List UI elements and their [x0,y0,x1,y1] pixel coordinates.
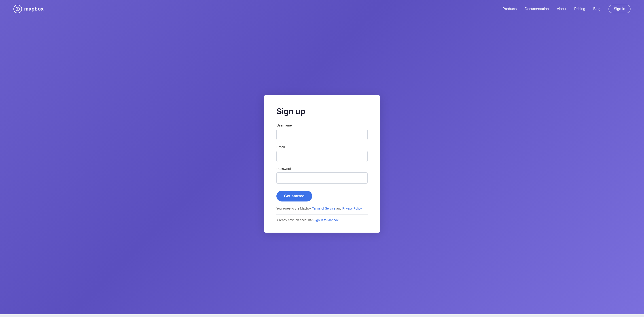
logo[interactable]: mapbox [14,5,44,13]
email-group: Email [276,145,368,162]
main-content: Sign up Username Email Password Get star… [0,18,644,314]
footer-bar [0,314,644,317]
password-label: Password [276,167,368,171]
privacy-policy-link[interactable]: Privacy Policy [342,207,362,210]
username-group: Username [276,123,368,140]
signin-link-text: Sign in to Mapbox [314,218,338,222]
email-label: Email [276,145,368,149]
divider [276,214,368,215]
nav-pricing[interactable]: Pricing [574,7,585,11]
password-group: Password [276,167,368,184]
username-input[interactable] [276,129,368,140]
signup-card: Sign up Username Email Password Get star… [264,95,380,233]
brand-name: mapbox [24,6,44,12]
signin-button[interactable]: Sign in [608,5,630,13]
nav-links: Products Documentation About Pricing Blo… [502,5,630,13]
mapbox-logo-svg [16,7,20,11]
terms-prefix: You agree to the Mapbox [276,207,312,210]
password-input[interactable] [276,172,368,184]
nav-blog[interactable]: Blog [593,7,600,11]
nav-about[interactable]: About [557,7,566,11]
email-input[interactable] [276,151,368,162]
card-title: Sign up [276,107,368,116]
terms-suffix: . [362,207,362,210]
svg-point-1 [17,9,18,10]
terms-and: and [336,207,342,210]
terms-text: You agree to the Mapbox Terms of Service… [276,206,368,211]
navbar: mapbox Products Documentation About Pric… [0,0,644,18]
already-account-text: Already have an account? [276,218,312,222]
username-label: Username [276,123,368,127]
signin-prompt: Already have an account? Sign in to Mapb… [276,218,368,222]
signin-arrow: › [340,218,340,222]
get-started-button[interactable]: Get started [276,191,312,201]
nav-products[interactable]: Products [502,7,516,11]
terms-of-service-link[interactable]: Terms of Service [312,207,336,210]
signin-to-mapbox-link[interactable]: Sign in to Mapbox › [314,218,340,222]
nav-documentation[interactable]: Documentation [525,7,549,11]
logo-icon [14,5,22,13]
